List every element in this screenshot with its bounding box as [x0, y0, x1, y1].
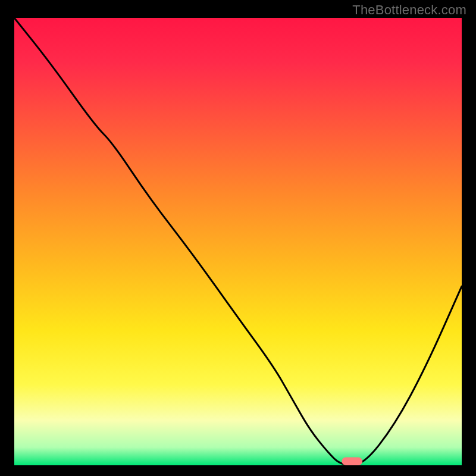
optimal-marker	[342, 457, 362, 465]
watermark-text: TheBottleneck.com	[352, 2, 466, 18]
chart-background-gradient	[14, 18, 462, 465]
chart-plot-area	[14, 18, 462, 465]
chart-frame: TheBottleneck.com	[0, 0, 476, 476]
chart-svg	[14, 18, 462, 465]
